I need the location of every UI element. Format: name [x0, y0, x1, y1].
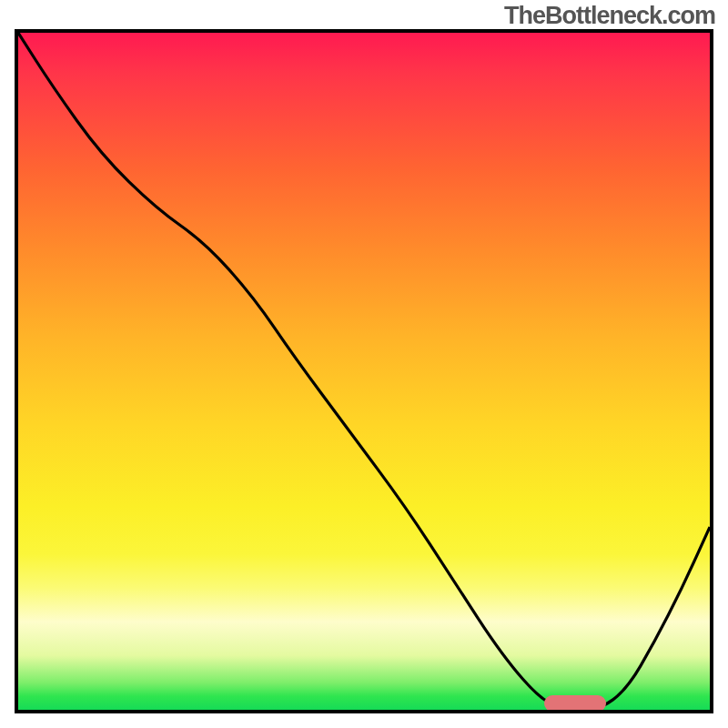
watermark-text: TheBottleneck.com — [504, 2, 715, 30]
plot-frame — [15, 29, 713, 713]
optimal-zone-marker — [544, 695, 606, 712]
bottleneck-curve — [18, 33, 710, 710]
curve-path — [18, 33, 710, 710]
chart-container: TheBottleneck.com — [0, 0, 728, 728]
